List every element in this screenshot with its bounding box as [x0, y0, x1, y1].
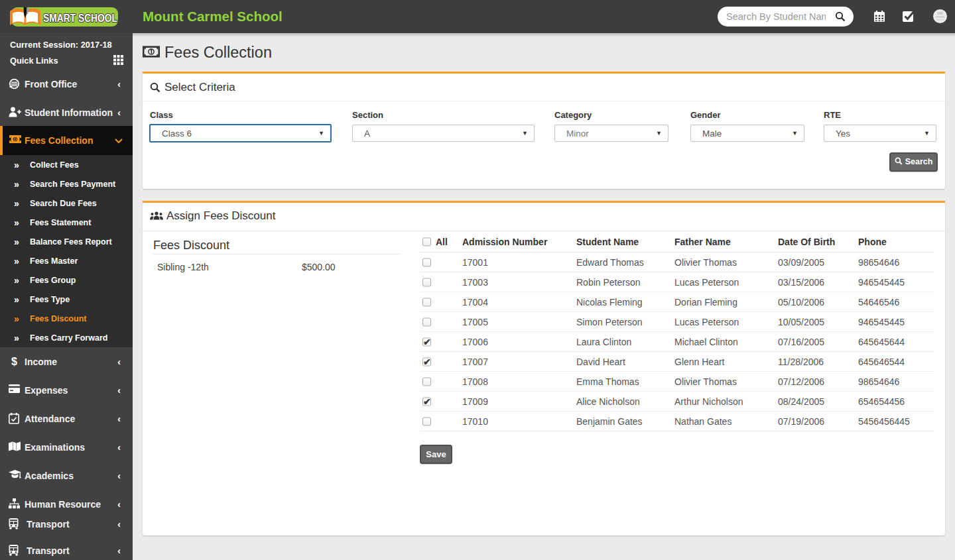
svg-text:SMART SCHOOL: SMART SCHOOL	[43, 13, 117, 24]
